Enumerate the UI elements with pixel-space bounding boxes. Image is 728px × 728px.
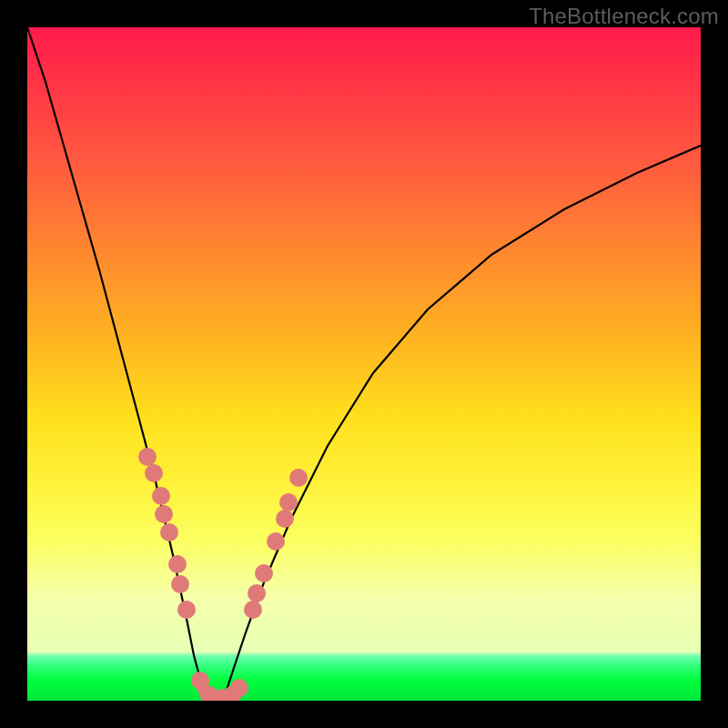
- data-point: [255, 564, 273, 582]
- curve-layer: [27, 27, 701, 701]
- chart-svg: [27, 27, 701, 701]
- plot-area: [27, 27, 701, 701]
- dot-layer: [138, 448, 308, 701]
- data-point: [138, 448, 157, 466]
- data-point: [152, 487, 170, 505]
- data-point: [276, 510, 294, 528]
- data-point: [160, 523, 178, 541]
- data-point: [248, 584, 266, 602]
- data-point: [168, 555, 187, 573]
- data-point: [177, 601, 196, 619]
- right-curve: [223, 146, 701, 701]
- data-point: [289, 469, 308, 487]
- data-point: [244, 601, 262, 619]
- data-point: [145, 464, 163, 482]
- watermark-text: TheBottleneck.com: [529, 4, 719, 29]
- data-point: [230, 679, 248, 697]
- data-point: [279, 493, 298, 511]
- data-point: [155, 505, 173, 523]
- data-point: [267, 532, 285, 551]
- outer-frame: TheBottleneck.com: [0, 0, 728, 728]
- left-curve: [27, 27, 209, 701]
- data-point: [171, 575, 189, 593]
